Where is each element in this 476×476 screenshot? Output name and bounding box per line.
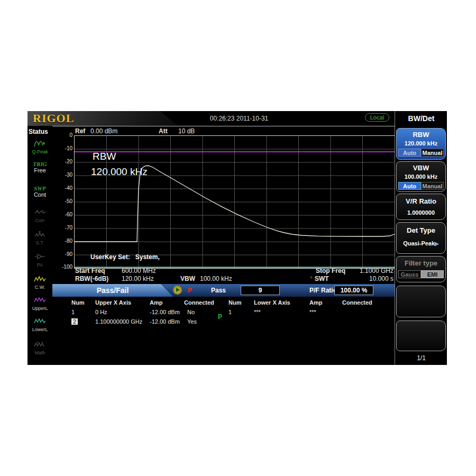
top-bar: RIGOL 00:26:23 2011-10-31 Local <box>28 111 395 126</box>
softkey-blank-2[interactable] <box>396 321 446 351</box>
sidebar-item-st: S.T. <box>28 231 52 251</box>
vbw-button[interactable]: VBW 100.000 kHz Auto Manual <box>396 161 446 192</box>
filter-type-label: Filter type <box>397 259 445 267</box>
sidebar-item-cw: C.W. <box>28 275 52 295</box>
sidebar-item-label: S.T. <box>28 240 52 245</box>
cw-wave-icon <box>34 276 47 282</box>
qpeak-wave-icon <box>34 140 47 147</box>
vbw-auto-toggle[interactable]: Auto <box>398 182 421 190</box>
pf-ratio-box: 100.00 % <box>334 286 373 295</box>
y-tick: -40 <box>52 185 72 191</box>
filter-emi-toggle[interactable]: EMI <box>421 270 444 278</box>
y-tick: -90 <box>52 251 72 257</box>
upper-num-selected: 2 <box>71 318 78 325</box>
filter-type-button[interactable]: Filter type Gauss EMI <box>396 256 446 282</box>
att-value: 10 dB <box>178 127 195 135</box>
stop-freq-label: Stop Freq <box>316 267 345 274</box>
sidebar-item-label: LowerL <box>28 327 52 332</box>
pass-marker: P <box>218 313 222 321</box>
det-type-button[interactable]: Det Type Quasi-Peak▶ <box>396 222 446 254</box>
rbw-6db-value: 120.00 kHz <box>122 275 154 282</box>
vbw-value: 100.00 kHz <box>200 275 232 282</box>
sidebar-item-corr: Corr <box>28 208 52 228</box>
col-header: Upper X Axis <box>95 299 131 306</box>
freq-row: Start Freq 600.00 MHz Stop Freq 1.1000 G… <box>52 267 395 275</box>
bw-row: RBW(-6dB) 120.00 kHz VBW 100.00 kHz * SW… <box>52 275 395 283</box>
upper-x: 1.100000000 GHz <box>95 318 142 325</box>
sidebar-item-math: Math <box>28 341 52 361</box>
corr-wave-icon <box>34 209 47 216</box>
sidebar-item-trig: TRIG Free <box>28 161 52 181</box>
upper-connected: No <box>187 309 195 315</box>
swp-mode: Cont <box>28 191 52 198</box>
sidebar-item-upperl: UpperL <box>28 296 52 316</box>
rbw-manual-toggle[interactable]: Manual <box>421 149 444 157</box>
main-area: Ref 0.00 dBm Att 10 dB 0 -10 -20 -30 -40… <box>52 126 395 365</box>
rbw-auto-toggle[interactable]: Auto <box>398 149 421 157</box>
sidebar-item-label: C.W. <box>28 285 52 290</box>
col-header: Connected <box>184 299 214 306</box>
swt-value: 10.000 s <box>369 275 393 282</box>
userkey-value: System, <box>135 253 160 261</box>
math-wave-icon <box>34 341 47 348</box>
softkey-blank-1[interactable] <box>396 286 446 317</box>
datetime-display: 00:26:23 2011-10-31 <box>160 115 318 122</box>
vr-ratio-button[interactable]: V/R Ratio 1.0000000 <box>396 194 446 220</box>
pf-ratio-label: P/F Ratio <box>309 287 337 294</box>
det-type-value-text: Quasi-Peak <box>403 240 435 246</box>
col-header: Num <box>71 299 84 306</box>
spectrum-plot: RBW 120.000 kHz UserKey Set: System, <box>74 135 395 269</box>
stop-freq-value: 1.1000 GHz <box>360 267 393 274</box>
sidebar-item-pa: PA <box>28 253 52 273</box>
softkey-menu: BW/Det RBW 120.000 kHz Auto Manual VBW 1… <box>395 111 447 365</box>
sidebar-item-label: PA <box>28 262 52 268</box>
userkey-label: UserKey Set: <box>90 253 130 261</box>
play-icon[interactable] <box>173 286 182 295</box>
sidebar-item-label: Q-Peak <box>28 149 52 154</box>
lower-amp: *** <box>309 309 316 315</box>
y-tick: -50 <box>52 198 72 204</box>
swp-label: SWP <box>28 185 52 191</box>
col-header: Lower X Axis <box>254 299 290 306</box>
vr-ratio-label: V/R Ratio <box>397 197 445 205</box>
menu-title: BW/Det <box>395 114 447 123</box>
rbw-6db-label: RBW(-6dB) <box>75 275 108 282</box>
sidebar-item-swp: SWP Cont <box>28 185 52 205</box>
col-header: Num <box>228 299 241 306</box>
vbw-manual-toggle[interactable]: Manual <box>421 182 444 190</box>
rigol-logo: RIGOL <box>33 112 74 125</box>
sidebar-item-qpeak: Q-Peak <box>28 140 52 160</box>
col-header: Amp <box>150 299 162 306</box>
col-header: Connected <box>342 299 372 306</box>
col-header: Amp <box>309 299 322 306</box>
lower-limit-wave-icon <box>34 318 47 325</box>
submenu-arrow-icon: ▶ <box>435 241 439 246</box>
analyzer-screen: RIGOL 00:26:23 2011-10-31 Local Status Q… <box>28 111 447 365</box>
ref-label: Ref <box>75 127 85 135</box>
passfail-title-tab: Pass/Fail <box>52 284 173 297</box>
start-freq-value: 600.00 MHz <box>122 267 156 274</box>
upper-amp: -12.00 dBm <box>150 318 180 325</box>
y-tick: -60 <box>52 212 72 217</box>
local-badge: Local <box>365 113 389 122</box>
menu-page-indicator: 1/1 <box>395 354 447 362</box>
rbw-value: 120.000 kHz <box>397 140 445 147</box>
filter-gauss-toggle[interactable]: Gauss <box>398 270 421 278</box>
rbw-button[interactable]: RBW 120.000 kHz Auto Manual <box>396 128 446 160</box>
swt-label: SWT <box>315 275 329 282</box>
pass-label: Pass <box>211 287 226 294</box>
status-sidebar: Status Q-Peak TRIG Free SWP Cont Corr S.… <box>28 126 53 365</box>
upper-limit-wave-icon <box>34 297 47 304</box>
sidebar-item-label: UpperL <box>28 306 52 311</box>
sidebar-item-label: Math <box>28 350 52 355</box>
det-type-value: Quasi-Peak▶ <box>397 240 445 246</box>
rbw-overlay-label: RBW <box>93 151 116 162</box>
y-tick: 0 <box>52 132 72 138</box>
att-label: Att <box>159 127 168 135</box>
upper-num: 1 <box>71 309 75 315</box>
st-wave-icon <box>34 231 47 238</box>
pass-indicator: P <box>188 287 192 294</box>
y-tick: -70 <box>52 225 72 231</box>
trace-canvas <box>75 136 395 268</box>
upper-x: 0 Hz <box>95 309 107 315</box>
